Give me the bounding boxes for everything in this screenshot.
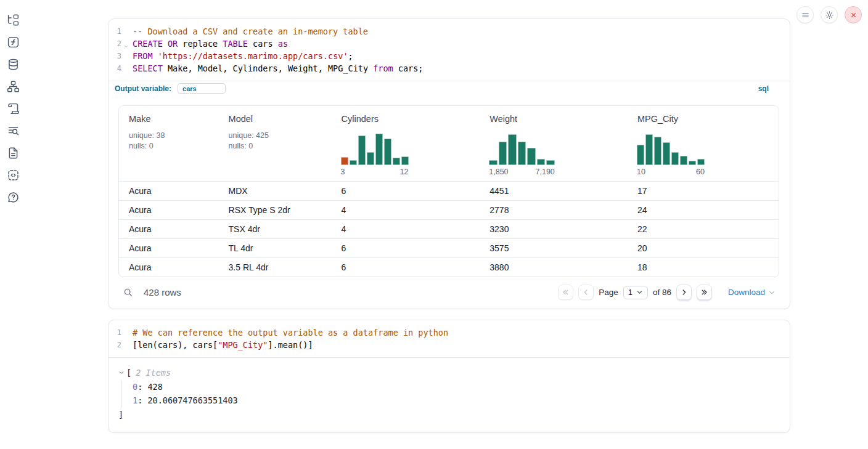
table-cell: Acura <box>119 220 219 238</box>
last-page-button[interactable] <box>697 285 712 300</box>
chevrons-right-icon <box>700 288 708 296</box>
histogram-bar <box>637 145 644 165</box>
histogram-bar <box>384 139 391 165</box>
hist-min-label: 3 <box>341 168 345 176</box>
histogram-bar <box>375 134 383 165</box>
file-text-icon <box>7 147 20 160</box>
line-number: 3 <box>108 50 131 62</box>
code-line: 4SELECT Make, Model, Cylinders, Weight, … <box>108 62 790 75</box>
settings-button[interactable] <box>821 6 838 23</box>
table-cell: Acura <box>119 258 219 277</box>
column-stats: unique: 38nulls: 0 <box>125 131 165 152</box>
table-body: AcuraMDX6445117AcuraRSX Type S 2dr427782… <box>119 181 779 277</box>
page-total: of 86 <box>653 288 671 297</box>
search-icon <box>123 287 133 297</box>
dependency-graph-icon <box>7 80 20 93</box>
close-icon <box>849 10 858 20</box>
table-cell: Acura <box>119 201 219 219</box>
table-cell: 3.5 RL 4dr <box>219 258 332 277</box>
line-number: 1 <box>108 326 131 339</box>
column-stats: unique: 425nulls: 0 <box>225 131 269 152</box>
page-select-value: 1 <box>628 288 633 297</box>
notebook-menu-button[interactable] <box>796 6 814 23</box>
open-bracket: [ <box>126 366 131 380</box>
histogram-bar <box>689 161 696 165</box>
chevron-left-icon <box>582 288 590 296</box>
item-value: 428 <box>147 382 162 392</box>
histogram-MPG_City: 1060 <box>637 133 705 176</box>
table-row[interactable]: AcuraRSX Type S 2dr4277824 <box>119 200 779 219</box>
table-cell: 18 <box>628 258 779 277</box>
column-header-MPG_City[interactable]: MPG_City1060 <box>628 106 779 181</box>
sql-cell-output: Makeunique: 38nulls: 0Modelunique: 425nu… <box>108 95 790 309</box>
sidebar-item-database[interactable] <box>6 57 20 71</box>
gear-icon <box>825 10 834 20</box>
sidebar-item-file-tree[interactable] <box>6 13 20 27</box>
table-header-row: Makeunique: 38nulls: 0Modelunique: 425nu… <box>119 106 779 181</box>
table-footer: 428 rows Page 1 of 86 <box>118 281 779 300</box>
column-name: Weight <box>486 114 517 124</box>
line-number: 4 <box>108 62 131 75</box>
shutdown-button[interactable] <box>845 6 862 23</box>
code-line: 2[len(cars), cars["MPG_City"].mean()] <box>108 339 790 351</box>
histogram-bar <box>508 134 517 165</box>
table-cell: Acura <box>119 182 219 200</box>
column-header-Cylinders[interactable]: Cylinders312 <box>332 106 480 181</box>
histogram-bar <box>350 160 357 165</box>
histogram-Cylinders: 312 <box>341 133 409 176</box>
column-header-Make[interactable]: Makeunique: 38nulls: 0 <box>119 106 219 181</box>
page-select[interactable]: 1 <box>623 286 648 299</box>
table-cell: Acura <box>119 239 219 257</box>
sidebar-item-scroll[interactable] <box>6 102 20 116</box>
next-page-button[interactable] <box>676 285 692 300</box>
sidebar-item-dependency-graph[interactable] <box>6 79 20 94</box>
sql-cell: 1-- Download a CSV and create an in-memo… <box>108 18 790 309</box>
table-row[interactable]: AcuraTSX 4dr4323022 <box>119 219 779 238</box>
output-variable-input[interactable] <box>178 83 226 94</box>
list-item: 0: 428 <box>133 380 780 394</box>
python-code-editor[interactable]: 1# We can reference the output variable … <box>108 320 790 357</box>
histogram-bar <box>537 159 546 165</box>
column-header-Model[interactable]: Modelunique: 425nulls: 0 <box>219 106 332 181</box>
histogram-bar <box>663 142 670 165</box>
sql-code-editor[interactable]: 1-- Download a CSV and create an in-memo… <box>108 19 790 81</box>
column-name: MPG_City <box>634 114 678 124</box>
sidebar-item-list-search[interactable] <box>6 124 20 138</box>
column-header-Weight[interactable]: Weight1,8507,190 <box>480 106 628 181</box>
code-line: 1# We can reference the output variable … <box>108 326 790 339</box>
close-bracket: ] <box>118 408 780 422</box>
python-cell: 1# We can reference the output variable … <box>108 320 790 433</box>
histogram-bar <box>645 134 653 165</box>
histogram-bar <box>654 137 661 165</box>
table-cell: 3230 <box>480 220 628 238</box>
column-name: Make <box>125 114 150 124</box>
items-count: 2 Items <box>136 366 171 380</box>
sidebar-item-function-square[interactable] <box>6 35 20 49</box>
hist-max-label: 60 <box>696 168 705 176</box>
table-cell: 3575 <box>480 239 628 257</box>
chevron-down-icon <box>636 289 643 296</box>
python-cell-output: [ 2 Items 0: 4281: 20.060747663551403 ] <box>108 358 790 432</box>
table-cell: 17 <box>628 182 779 200</box>
sidebar-item-help-bubble[interactable] <box>6 190 20 204</box>
histogram-bar <box>499 142 507 165</box>
download-button[interactable]: Download <box>724 287 779 297</box>
histogram-bar <box>358 136 366 165</box>
table-cell: TSX 4dr <box>219 220 332 238</box>
table-row[interactable]: AcuraTL 4dr6357520 <box>119 238 779 257</box>
sidebar-item-code-snippet[interactable] <box>6 168 20 182</box>
chevrons-left-icon <box>562 288 570 296</box>
scroll-icon <box>7 102 20 115</box>
table-search-button[interactable] <box>123 287 133 297</box>
table-row[interactable]: AcuraMDX6445117 <box>119 181 779 200</box>
prev-page-button[interactable] <box>578 285 594 300</box>
collapse-chevron-icon[interactable] <box>118 370 125 376</box>
table-cell: 6 <box>332 182 480 200</box>
table-row[interactable]: Acura3.5 RL 4dr6388018 <box>119 257 779 277</box>
notebook-actions-toolbar <box>796 6 862 23</box>
sidebar-item-file-text[interactable] <box>6 146 20 160</box>
line-number: 1 <box>108 25 131 38</box>
hist-max-label: 7,190 <box>536 168 555 176</box>
first-page-button[interactable] <box>558 285 573 300</box>
table-cell: 24 <box>628 201 779 219</box>
